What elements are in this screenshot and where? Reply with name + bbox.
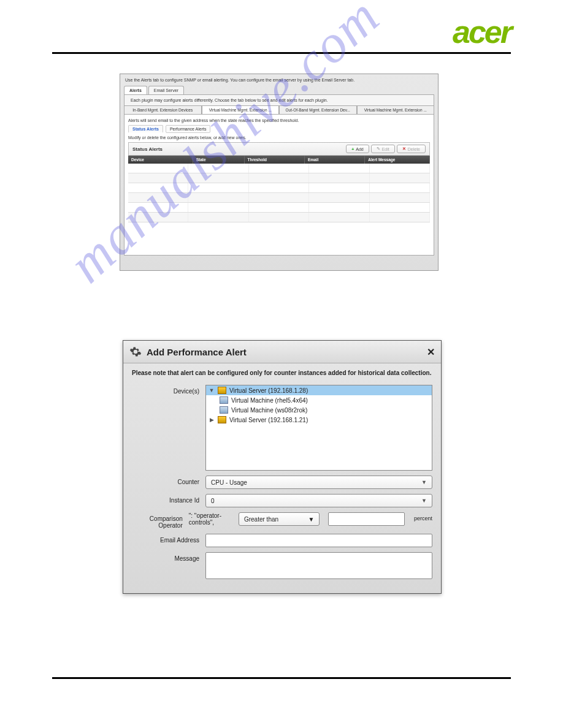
- chevron-down-icon: ▼: [308, 516, 314, 523]
- label-message: Message: [132, 552, 199, 562]
- delete-button[interactable]: ✕Delete: [397, 145, 426, 153]
- threshold-input[interactable]: [328, 512, 405, 526]
- dialog-header: Add Performance Alert ✕: [123, 341, 441, 363]
- pencil-icon: ✎: [377, 146, 380, 151]
- gear-icon: [129, 346, 142, 358]
- instance-value: 0: [211, 498, 215, 504]
- table-row: [128, 173, 430, 183]
- tree-label: Virtual Server (192.168.1.21): [229, 417, 308, 423]
- row-devices: Device(s) Virtual Server (192.168.1.28) …: [123, 382, 441, 473]
- unit-label: percent: [414, 512, 432, 521]
- row-counter: Counter CPU - Usage ▼: [123, 473, 441, 491]
- modify-note: Modify or delete the configured alerts b…: [128, 135, 430, 140]
- col-threshold: Threshold: [245, 156, 305, 164]
- toolbar-buttons: +Add ✎Edit ✕Delete: [346, 145, 426, 153]
- close-icon[interactable]: ✕: [427, 346, 435, 358]
- tree-label: Virtual Machine (ws08r2rok): [231, 407, 307, 414]
- delete-label: Delete: [408, 147, 420, 151]
- operator-value: Greater than: [244, 516, 278, 523]
- chevron-down-icon: ▼: [421, 498, 427, 504]
- device-tree[interactable]: Virtual Server (192.168.1.28) Virtual Ma…: [205, 385, 432, 471]
- tab-vm2[interactable]: Virtual Machine Mgmt. Extension ...: [357, 105, 435, 115]
- table-row: [128, 183, 430, 193]
- row-instance: Instance Id 0 ▼: [123, 491, 441, 510]
- add-performance-alert-dialog: Add Performance Alert ✕ Please note that…: [123, 340, 442, 594]
- tab-vm1[interactable]: Virtual Machine Mgmt. Extension ...: [202, 105, 280, 115]
- dialog-note: Please note that alert can be configured…: [123, 363, 441, 382]
- page-header: acer: [453, 13, 511, 50]
- label-email: Email Address: [132, 534, 199, 544]
- label-operator: Comparison Operator: [132, 512, 183, 529]
- tree-vm-1[interactable]: Virtual Machine (rhel5.4x64): [206, 395, 432, 405]
- instance-select[interactable]: 0 ▼: [205, 494, 432, 507]
- plugin-desc: Each plugin may configure alerts differe…: [124, 94, 434, 105]
- alerts-inner: Alerts will send email to the given addr…: [124, 115, 434, 256]
- main-tabs: Alerts Email Server: [124, 86, 434, 94]
- edit-label: Edit: [382, 147, 389, 151]
- tab-status-alerts[interactable]: Status Alerts: [128, 125, 163, 133]
- label-instance: Instance Id: [132, 494, 199, 504]
- tab-performance-alerts[interactable]: Performance Alerts: [166, 125, 211, 133]
- brand-logo: acer: [453, 13, 511, 50]
- section-title: Status Alerts: [132, 146, 163, 152]
- col-state: State: [193, 156, 245, 164]
- counter-value: CPU - Usage: [211, 479, 247, 486]
- counter-select[interactable]: CPU - Usage ▼: [205, 476, 432, 489]
- row-message: Message: [123, 550, 441, 582]
- alert-type-tabs: Status Alerts Performance Alerts: [128, 125, 430, 133]
- tab-alerts[interactable]: Alerts: [124, 86, 147, 94]
- vm-icon: [220, 396, 228, 404]
- add-label: Add: [356, 147, 363, 151]
- footer-rule: [52, 677, 511, 679]
- chevron-down-icon[interactable]: [209, 387, 215, 393]
- table-row: [128, 203, 430, 213]
- plugin-tabs: In-Band Mgmt. Extension Devices Virtual …: [124, 105, 434, 115]
- tree-server-1[interactable]: Virtual Server (192.168.1.28): [206, 385, 432, 395]
- row-operator: Comparison Operator ": "operator-control…: [123, 510, 441, 531]
- tree-label: Virtual Server (192.168.1.28): [229, 387, 308, 394]
- vm-icon: [220, 406, 228, 414]
- server-icon: [218, 387, 226, 394]
- row-email: Email Address: [123, 531, 441, 550]
- chevron-right-icon[interactable]: [209, 417, 215, 423]
- alerts-note: Alerts will send email to the given addr…: [128, 118, 430, 123]
- edit-button[interactable]: ✎Edit: [371, 145, 395, 153]
- delete-icon: ✕: [402, 146, 406, 151]
- col-device: Device: [128, 156, 193, 164]
- label-counter: Counter: [132, 476, 199, 485]
- table-row: [128, 193, 430, 203]
- col-email: Email: [305, 156, 365, 164]
- server-icon: [218, 416, 226, 423]
- tree-vm-2[interactable]: Virtual Machine (ws08r2rok): [206, 405, 432, 415]
- intro-text: Use the Alerts tab to configure SNMP or …: [120, 74, 438, 86]
- add-button[interactable]: +Add: [346, 145, 369, 153]
- table-row: [128, 164, 430, 173]
- operator-select[interactable]: Greater than ▼: [239, 512, 320, 526]
- tab-oob[interactable]: Out-Of-Band Mgmt. Extension Dev...: [279, 105, 357, 115]
- alerts-config-panel: Use the Alerts tab to configure SNMP or …: [120, 74, 439, 271]
- status-toolbar: Status Alerts +Add ✎Edit ✕Delete: [128, 142, 430, 156]
- label-devices: Device(s): [132, 385, 199, 395]
- alerts-table-header: Device State Threshold Email Alert Messa…: [128, 156, 430, 164]
- col-message: Alert Message: [365, 156, 430, 164]
- header-rule: [52, 52, 511, 54]
- table-row: [128, 213, 430, 222]
- message-textarea[interactable]: [205, 552, 432, 579]
- tree-server-2[interactable]: Virtual Server (192.168.1.21): [206, 415, 432, 425]
- tab-email-server[interactable]: Email Server: [148, 86, 184, 94]
- plus-icon: +: [351, 147, 354, 151]
- email-input[interactable]: [205, 534, 432, 547]
- chevron-down-icon: ▼: [421, 479, 427, 485]
- tree-label: Virtual Machine (rhel5.4x64): [231, 397, 308, 404]
- alerts-table-body: [128, 164, 430, 222]
- dialog-title: Add Performance Alert: [147, 347, 247, 357]
- tab-inband[interactable]: In-Band Mgmt. Extension Devices: [124, 105, 202, 115]
